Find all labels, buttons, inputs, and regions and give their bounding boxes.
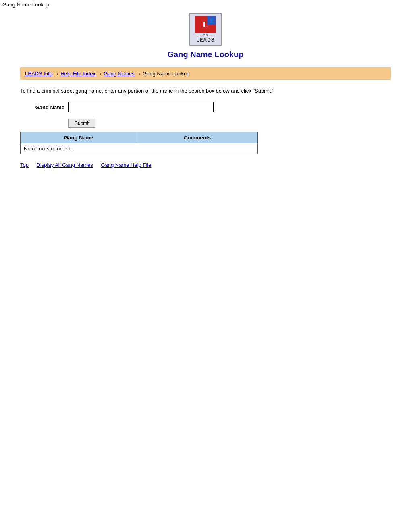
footer-link-top[interactable]: Top (20, 162, 29, 168)
table-row-no-records: No records returned. (21, 143, 258, 154)
gang-name-row: Gang Name (20, 102, 391, 112)
table-header-row: Gang Name Comments (21, 132, 258, 143)
breadcrumb-separator-3: → (136, 71, 143, 77)
footer-link-display-all[interactable]: Display All Gang Names (37, 162, 93, 168)
results-table: Gang Name Comments No records returned. (20, 132, 258, 154)
form-section: Gang Name Submit Gang Name Comments No r… (20, 102, 391, 154)
submit-button[interactable]: Submit (68, 119, 95, 128)
submit-row: Submit (20, 117, 391, 128)
gang-name-label: Gang Name (20, 104, 68, 110)
logo-inner: L 👤 3.0 LEADS (190, 14, 221, 45)
breadcrumb-current: Gang Name Lookup (143, 71, 189, 77)
header-section: L 👤 3.0 LEADS Gang Name Lookup (0, 13, 411, 59)
footer-link-help-file[interactable]: Gang Name Help File (101, 162, 151, 168)
logo-version: 3.0 (203, 33, 208, 37)
table-body: No records returned. (21, 143, 258, 154)
logo-red-box: L 👤 (195, 16, 216, 33)
page-title-bar: Gang Name Lookup (0, 0, 411, 9)
logo-person-icon: 👤 (209, 18, 214, 23)
breadcrumb-link-help-file-index[interactable]: Help File Index (60, 71, 95, 77)
breadcrumb-link-gang-names[interactable]: Gang Names (104, 71, 135, 77)
bottom-links: Top Display All Gang Names Gang Name Hel… (20, 162, 391, 168)
description-text: To find a criminal street gang name, ent… (20, 88, 391, 94)
breadcrumb-separator-1: → (54, 71, 61, 77)
col-header-gang-name: Gang Name (21, 132, 137, 143)
breadcrumb-bar: LEADS Info → Help File Index → Gang Name… (20, 67, 391, 80)
logo-text: LEADS (196, 37, 215, 43)
col-header-comments: Comments (137, 132, 258, 143)
table-header: Gang Name Comments (21, 132, 258, 143)
main-heading: Gang Name Lookup (0, 50, 411, 59)
logo-blue-corner: 👤 (207, 16, 216, 25)
no-records-cell: No records returned. (21, 143, 258, 154)
leads-logo: L 👤 3.0 LEADS (189, 13, 222, 46)
gang-name-input[interactable] (68, 102, 214, 112)
page-title: Gang Name Lookup (2, 2, 49, 8)
breadcrumb-separator-2: → (97, 71, 104, 77)
results-section: Gang Name Comments No records returned. (20, 132, 391, 154)
breadcrumb-link-leads-info[interactable]: LEADS Info (25, 71, 52, 77)
